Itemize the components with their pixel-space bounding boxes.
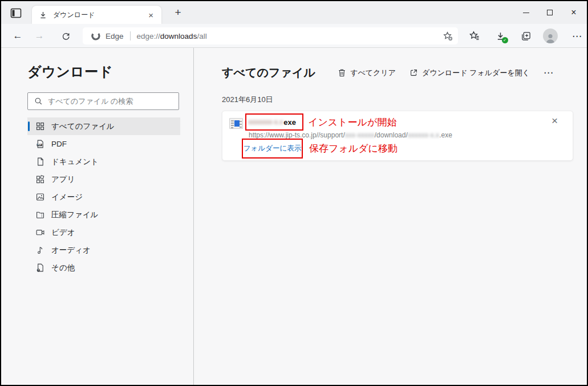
more-icon: ⋯ xyxy=(572,30,582,42)
browser-window: ダウンロード × + × ← → Edge edge://downloads/a… xyxy=(0,0,588,386)
collections-button[interactable] xyxy=(517,28,534,44)
address-bar[interactable]: Edge edge://downloads/all xyxy=(83,27,458,44)
pdf-icon: PDF xyxy=(35,139,45,149)
close-window-button[interactable]: × xyxy=(562,3,586,22)
open-external-icon xyxy=(409,68,418,77)
other-files-icon: ? xyxy=(35,263,45,273)
site-badge-label: Edge xyxy=(106,32,124,40)
tab-strip: ダウンロード × + × xyxy=(1,1,587,24)
collections-icon xyxy=(521,31,532,42)
sidebar-item-label: ビデオ xyxy=(51,227,75,238)
favorites-button[interactable] xyxy=(466,28,483,44)
settings-more-button[interactable]: ⋯ xyxy=(569,28,586,44)
category-list: すべてのファイル PDF PDF ドキュメント xyxy=(27,117,180,277)
sidebar-item-videos[interactable]: ビデオ xyxy=(27,224,180,241)
redacted-url-segment: xxx-xxxxx xyxy=(345,131,375,139)
profile-button[interactable] xyxy=(542,28,559,44)
sidebar-item-label: 圧縮ファイル xyxy=(51,210,98,220)
sidebar-item-images[interactable]: イメージ xyxy=(27,188,180,206)
minimize-icon xyxy=(523,13,529,13)
maximize-button[interactable] xyxy=(538,3,562,22)
sidebar-item-archives[interactable]: 圧縮ファイル xyxy=(27,206,180,224)
sidebar-item-label: イメージ xyxy=(51,192,83,202)
page-title: ダウンロード xyxy=(27,63,193,81)
tab-actions-icon xyxy=(10,8,22,18)
download-source-url: https://www.jip-ts.co.jp//support/xxx-xx… xyxy=(249,131,452,139)
sidebar-item-label: ドキュメント xyxy=(51,157,99,167)
clear-all-button[interactable]: すべてクリア xyxy=(338,68,396,78)
download-tab-icon xyxy=(39,11,47,19)
tab-close-button[interactable]: × xyxy=(146,10,156,21)
sidebar-item-label: PDF xyxy=(51,140,67,148)
window-controls: × xyxy=(514,1,586,24)
close-icon: × xyxy=(571,8,576,17)
downloads-main: すべてのファイル すべてクリア ダウンロード フォルダーを開く xyxy=(194,48,587,385)
sidebar-item-documents[interactable]: ドキュメント xyxy=(27,153,180,170)
header-actions: すべてクリア ダウンロード フォルダーを開く ⋯ xyxy=(338,67,554,79)
sidebar-item-all-files[interactable]: すべてのファイル xyxy=(27,117,180,135)
downloads-more-button[interactable]: ⋯ xyxy=(544,67,554,79)
sidebar-item-label: その他 xyxy=(51,263,75,273)
video-icon xyxy=(35,227,45,237)
redacted-file-name: xxxxxxx-x.x xyxy=(248,118,283,126)
address-divider xyxy=(130,31,131,40)
redacted-url-segment: xxxxxx-x.x xyxy=(408,131,439,139)
sidebar-item-label: アプリ xyxy=(51,174,75,185)
url-text: edge://downloads/all xyxy=(137,32,207,40)
annotation-move-to-folder: 保存フォルダに移動 xyxy=(309,142,398,155)
profile-avatar xyxy=(543,29,558,43)
search-icon xyxy=(34,97,43,105)
downloads-icon: ✓ xyxy=(496,31,505,41)
trash-icon xyxy=(338,68,346,78)
sidebar-item-audio[interactable]: オーディオ xyxy=(27,241,180,259)
sidebar-item-label: オーディオ xyxy=(51,245,91,255)
open-downloads-folder-button[interactable]: ダウンロード フォルダーを開く xyxy=(409,68,530,78)
refresh-icon xyxy=(61,31,71,41)
all-files-icon xyxy=(35,121,45,131)
favorites-icon xyxy=(469,30,480,42)
zip-icon xyxy=(35,210,45,220)
apps-icon xyxy=(35,174,45,184)
main-header: すべてのファイル すべてクリア ダウンロード フォルダーを開く xyxy=(222,65,554,80)
download-item-card[interactable]: xxxxxxx-x.x exe インストールが開始 × https://www.… xyxy=(222,111,573,161)
file-extension: exe xyxy=(283,118,296,127)
url-path: /all xyxy=(197,32,206,40)
add-favorite-icon[interactable] xyxy=(443,31,453,42)
sidebar-item-other[interactable]: ? その他 xyxy=(27,259,180,277)
sidebar-item-pdf[interactable]: PDF PDF xyxy=(27,135,180,153)
annotation-box-show-in-folder: フォルダーに表示 xyxy=(242,139,303,159)
downloads-button[interactable]: ✓ xyxy=(492,28,509,44)
forward-button: → xyxy=(32,29,47,43)
open-folder-label: ダウンロード フォルダーを開く xyxy=(422,68,530,78)
back-button[interactable]: ← xyxy=(10,29,25,43)
more-icon: ⋯ xyxy=(544,67,554,79)
clear-all-label: すべてクリア xyxy=(350,68,396,78)
show-in-folder-link[interactable]: フォルダーに表示 xyxy=(244,144,301,153)
search-input[interactable] xyxy=(48,97,174,105)
tab-actions-menu-button[interactable] xyxy=(8,6,24,20)
tab-downloads[interactable]: ダウンロード × xyxy=(32,6,161,24)
document-icon xyxy=(35,157,45,166)
section-title: すべてのファイル xyxy=(222,65,315,80)
audio-icon xyxy=(35,245,45,255)
url-scheme: edge:// xyxy=(137,32,160,40)
annotation-box-filename: xxxxxxx-x.x exe xyxy=(245,113,303,131)
downloads-sidebar: ダウンロード すべてのファイル xyxy=(1,48,194,385)
edge-logo-icon xyxy=(91,31,101,41)
search-box[interactable] xyxy=(27,92,179,110)
download-success-badge: ✓ xyxy=(502,37,508,43)
refresh-button[interactable] xyxy=(58,29,73,43)
dismiss-download-button[interactable]: × xyxy=(551,115,558,126)
url-host: downloads xyxy=(160,32,197,40)
image-icon xyxy=(35,192,45,202)
browser-toolbar: ← → Edge edge://downloads/all xyxy=(1,24,587,48)
page-content: ダウンロード すべてのファイル xyxy=(1,48,587,385)
date-group-label: 2021年6月10日 xyxy=(222,95,587,105)
sidebar-item-label: すべてのファイル xyxy=(51,121,115,132)
maximize-icon xyxy=(547,10,553,15)
tab-title: ダウンロード xyxy=(53,10,146,20)
new-tab-button[interactable]: + xyxy=(170,5,186,20)
minimize-button[interactable] xyxy=(514,3,538,22)
sidebar-item-apps[interactable]: アプリ xyxy=(27,170,180,188)
exe-file-icon xyxy=(229,118,243,129)
